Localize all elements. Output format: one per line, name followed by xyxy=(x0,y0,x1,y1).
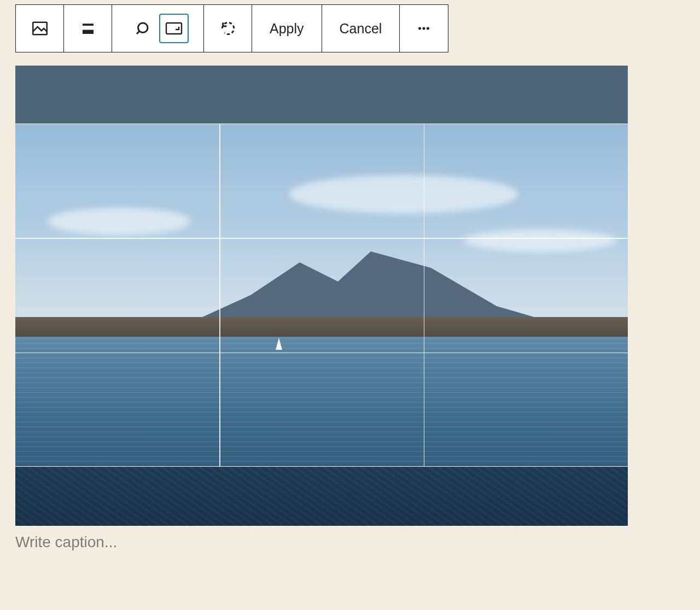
toolbar-cell-image xyxy=(16,5,64,52)
toolbar-cell-rotate xyxy=(204,5,252,52)
svg-point-7 xyxy=(427,27,429,30)
rotate-button[interactable] xyxy=(213,14,243,43)
svg-point-3 xyxy=(138,23,148,33)
zoom-icon xyxy=(134,20,150,37)
zoom-button[interactable] xyxy=(127,14,157,43)
svg-rect-1 xyxy=(83,24,94,26)
aspect-ratio-button[interactable] xyxy=(159,14,189,43)
toolbar-cell-more xyxy=(400,5,448,52)
image-crop-canvas[interactable] xyxy=(15,66,628,526)
svg-point-6 xyxy=(423,27,425,30)
image-preview xyxy=(15,66,628,526)
align-button[interactable] xyxy=(73,14,103,43)
block-toolbar: Apply Cancel xyxy=(15,4,448,52)
cancel-button[interactable]: Cancel xyxy=(322,5,400,52)
more-options-button[interactable] xyxy=(409,14,439,43)
more-options-icon xyxy=(416,20,432,37)
align-icon xyxy=(80,20,96,37)
toolbar-cell-crop-tools xyxy=(112,5,204,52)
cancel-label: Cancel xyxy=(340,21,382,37)
svg-rect-2 xyxy=(83,30,94,34)
rotate-icon xyxy=(219,20,237,37)
apply-label: Apply xyxy=(270,21,304,37)
toolbar-cell-align xyxy=(64,5,112,52)
caption-input[interactable] xyxy=(15,533,628,551)
apply-button[interactable]: Apply xyxy=(252,5,322,52)
image-icon xyxy=(31,19,49,38)
image-block-button[interactable] xyxy=(25,14,55,43)
aspect-ratio-icon xyxy=(165,22,183,35)
svg-point-5 xyxy=(418,27,421,30)
